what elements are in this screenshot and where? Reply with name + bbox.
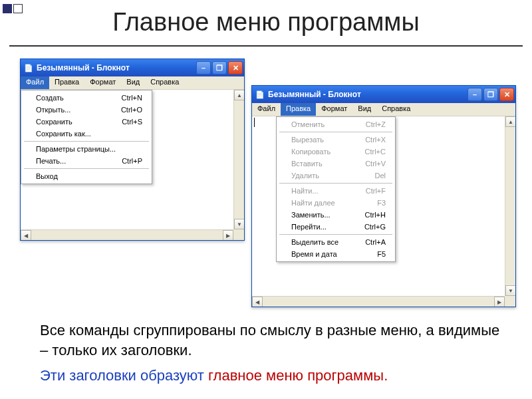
- menu-item-shortcut: Ctrl+C: [365, 148, 386, 156]
- titlebar: 📄 Безымянный - Блокнот – ❐ ✕: [21, 59, 244, 76]
- menu-item[interactable]: Время и датаF5: [277, 248, 395, 260]
- menu-item: ВставитьCtrl+V: [277, 158, 395, 170]
- menu-item-label: Найти...: [291, 187, 366, 195]
- menu-item: КопироватьCtrl+C: [277, 146, 395, 158]
- menu-item-label: Сохранить: [36, 118, 122, 126]
- menu-item-shortcut: Ctrl+O: [121, 106, 142, 114]
- menu-item-вид[interactable]: Вид: [121, 76, 145, 89]
- menu-item[interactable]: СохранитьCtrl+S: [21, 116, 152, 128]
- menu-item[interactable]: Заменить...Ctrl+H: [277, 209, 395, 221]
- menu-item-правка[interactable]: Правка: [49, 76, 84, 89]
- scroll-right-button[interactable]: ▶: [223, 230, 233, 240]
- menu-item[interactable]: Выход: [21, 170, 152, 182]
- paragraph-2-emphasis: главное меню программы.: [208, 367, 388, 384]
- menu-item-формат[interactable]: Формат: [316, 103, 352, 116]
- menu-item-label: Вставить: [291, 160, 365, 168]
- menu-item[interactable]: СоздатьCtrl+N: [21, 92, 152, 104]
- scrollbar-vertical[interactable]: ▲ ▼: [505, 116, 515, 296]
- scroll-left-button[interactable]: ◀: [252, 297, 263, 307]
- menu-item-shortcut: Ctrl+Z: [366, 120, 386, 128]
- client-area[interactable]: ▲ ▼ ◀ ▶ ОтменитьCtrl+ZВырезатьCtrl+XКопи…: [252, 116, 515, 307]
- menu-item-правка[interactable]: Правка: [281, 103, 316, 116]
- scroll-right-button[interactable]: ▶: [494, 297, 505, 307]
- menu-item-label: Копировать: [291, 148, 365, 156]
- menu-item-shortcut: F5: [377, 250, 386, 258]
- menu-item-label: Параметры страницы...: [36, 145, 142, 153]
- menu-item-shortcut: Ctrl+G: [364, 223, 386, 231]
- text-cursor: [254, 118, 255, 127]
- scroll-left-button[interactable]: ◀: [21, 230, 31, 240]
- menu-item-shortcut: Ctrl+V: [365, 160, 386, 168]
- maximize-button[interactable]: ❐: [483, 88, 498, 101]
- menu-item-label: Вырезать: [291, 136, 365, 144]
- menu-item: Найти далееF3: [277, 197, 395, 209]
- menu-item-label: Удалить: [291, 172, 374, 180]
- menu-item: ОтменитьCtrl+Z: [277, 118, 395, 130]
- menu-separator: [279, 183, 392, 184]
- notepad-icon: 📄: [255, 89, 265, 100]
- menu-item: УдалитьDel: [277, 170, 395, 182]
- menu-separator: [279, 234, 392, 235]
- scrollbar-horizontal[interactable]: ◀ ▶: [21, 229, 233, 240]
- scrollbar-corner: [233, 229, 244, 240]
- menu-item-label: Выделить все: [291, 238, 365, 246]
- titlebar: 📄 Безымянный - Блокнот – ❐ ✕: [252, 86, 515, 103]
- file-menu-dropdown: СоздатьCtrl+NОткрыть...Ctrl+OСохранитьCt…: [21, 90, 152, 184]
- maximize-button[interactable]: ❐: [212, 61, 227, 74]
- slide-paragraph-2: Эти заголовки образуют главное меню прог…: [40, 366, 505, 386]
- menu-item-label: Отменить: [291, 120, 366, 128]
- minimize-button[interactable]: –: [196, 61, 211, 74]
- menu-item[interactable]: Открыть...Ctrl+O: [21, 104, 152, 116]
- menu-item-справка[interactable]: Справка: [145, 76, 184, 89]
- menu-item-label: Печать...: [36, 157, 122, 165]
- scrollbar-horizontal[interactable]: ◀ ▶: [252, 296, 505, 307]
- menu-item-label: Время и дата: [291, 250, 377, 258]
- window-title: Безымянный - Блокнот: [268, 90, 361, 99]
- menu-item[interactable]: Сохранить как...: [21, 128, 152, 140]
- paragraph-2-lead: Эти заголовки образуют: [40, 367, 208, 384]
- menu-item-файл[interactable]: Файл: [252, 103, 281, 116]
- menu-item-label: Открыть...: [36, 106, 121, 114]
- menubar: ФайлПравкаФорматВидСправка: [252, 103, 515, 116]
- minimize-button[interactable]: –: [467, 88, 482, 101]
- menu-item-label: Создать: [36, 94, 122, 102]
- menu-item-label: Выход: [36, 172, 142, 180]
- menu-item-вид[interactable]: Вид: [352, 103, 376, 116]
- menu-item-формат[interactable]: Формат: [84, 76, 121, 89]
- menu-item-shortcut: Ctrl+X: [365, 136, 386, 144]
- title-divider: [9, 45, 523, 47]
- close-button[interactable]: ✕: [228, 61, 243, 74]
- notepad-window-edit: 📄 Безымянный - Блокнот – ❐ ✕ ФайлПравкаФ…: [251, 85, 516, 307]
- menu-item-shortcut: Ctrl+S: [122, 118, 142, 126]
- scroll-up-button[interactable]: ▲: [234, 90, 244, 100]
- menu-separator: [24, 141, 149, 142]
- scrollbar-vertical[interactable]: ▲ ▼: [233, 90, 244, 229]
- menu-item-label: Перейти...: [291, 223, 364, 231]
- notepad-icon: 📄: [23, 63, 34, 73]
- menu-item-shortcut: Ctrl+H: [365, 211, 386, 219]
- menu-item-shortcut: Ctrl+P: [122, 157, 142, 165]
- scroll-down-button[interactable]: ▼: [234, 219, 244, 229]
- menu-separator: [24, 168, 149, 169]
- menubar: ФайлПравкаФорматВидСправка: [21, 76, 244, 90]
- menu-item-shortcut: F3: [377, 199, 386, 207]
- menu-item[interactable]: Перейти...Ctrl+G: [277, 221, 395, 233]
- menu-item-справка[interactable]: Справка: [376, 103, 416, 116]
- notepad-window-file: 📄 Безымянный - Блокнот – ❐ ✕ ФайлПравкаФ…: [20, 59, 245, 241]
- scroll-down-button[interactable]: ▼: [505, 285, 515, 296]
- menu-item[interactable]: Печать...Ctrl+P: [21, 155, 152, 167]
- client-area[interactable]: ▲ ▼ ◀ ▶ СоздатьCtrl+NОткрыть...Ctrl+OСох…: [21, 90, 244, 240]
- menu-item-shortcut: Ctrl+N: [122, 94, 142, 102]
- slide-paragraph-1: Все команды сгруппированы по смыслу в ра…: [40, 321, 505, 360]
- close-button[interactable]: ✕: [499, 88, 514, 101]
- scroll-up-button[interactable]: ▲: [505, 116, 515, 127]
- menu-item[interactable]: Выделить всеCtrl+A: [277, 236, 395, 248]
- menu-item-shortcut: Ctrl+F: [366, 187, 386, 195]
- menu-item-shortcut: Ctrl+A: [365, 238, 386, 246]
- menu-item: ВырезатьCtrl+X: [277, 134, 395, 146]
- menu-item-файл[interactable]: Файл: [21, 76, 49, 89]
- menu-separator: [279, 132, 392, 132]
- menu-item[interactable]: Параметры страницы...: [21, 143, 152, 155]
- menu-item-label: Сохранить как...: [36, 130, 142, 138]
- edit-menu-dropdown: ОтменитьCtrl+ZВырезатьCtrl+XКопироватьCt…: [276, 116, 396, 262]
